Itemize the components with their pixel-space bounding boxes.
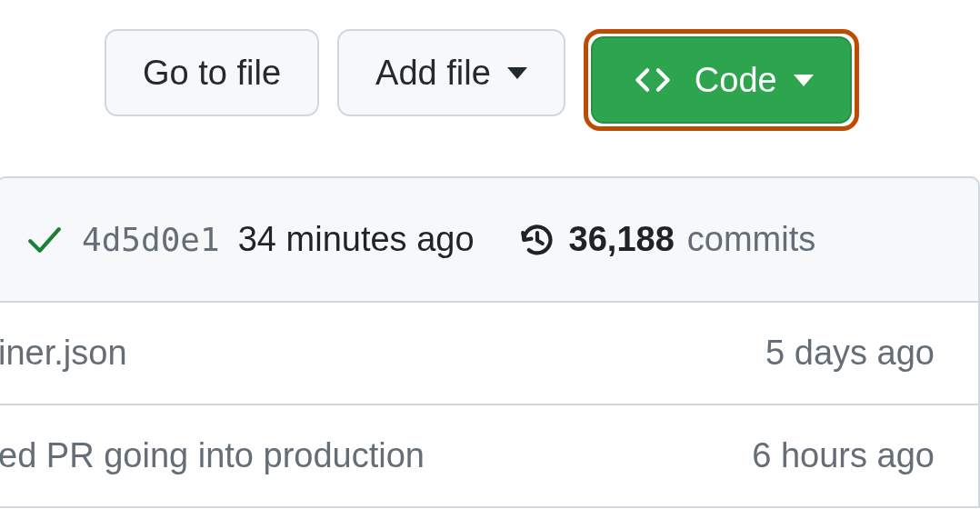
check-icon xyxy=(25,221,64,259)
caret-down-icon xyxy=(794,75,814,86)
file-time: 5 days ago xyxy=(765,334,935,373)
code-button-highlight: Code xyxy=(584,29,859,131)
add-file-label: Add file xyxy=(375,54,491,93)
go-to-file-button[interactable]: Go to file xyxy=(105,29,319,116)
go-to-file-label: Go to file xyxy=(143,54,281,93)
repo-toolbar: Go to file Add file Code xyxy=(105,0,980,156)
file-commit-message[interactable]: iner.json xyxy=(0,334,127,373)
file-row[interactable]: ed PR going into production 6 hours ago xyxy=(0,405,980,508)
file-commit-message[interactable]: ed PR going into production xyxy=(0,436,425,475)
file-time: 6 hours ago xyxy=(752,436,935,475)
code-icon xyxy=(629,63,676,97)
caret-down-icon xyxy=(507,67,527,79)
commit-sha[interactable]: 4d5d0e1 xyxy=(82,221,220,258)
commit-summary-bar[interactable]: 4d5d0e1 34 minutes ago 36,188 commits xyxy=(0,176,980,303)
commits-link[interactable]: 36,188 commits xyxy=(518,220,816,259)
commit-count: 36,188 xyxy=(569,220,675,259)
code-label: Code xyxy=(695,61,777,100)
commits-label: commits xyxy=(687,220,815,259)
file-row[interactable]: iner.json 5 days ago xyxy=(0,303,980,405)
add-file-button[interactable]: Add file xyxy=(337,29,565,116)
history-icon xyxy=(518,221,556,259)
commit-time[interactable]: 34 minutes ago xyxy=(238,220,475,259)
code-button[interactable]: Code xyxy=(591,36,852,124)
